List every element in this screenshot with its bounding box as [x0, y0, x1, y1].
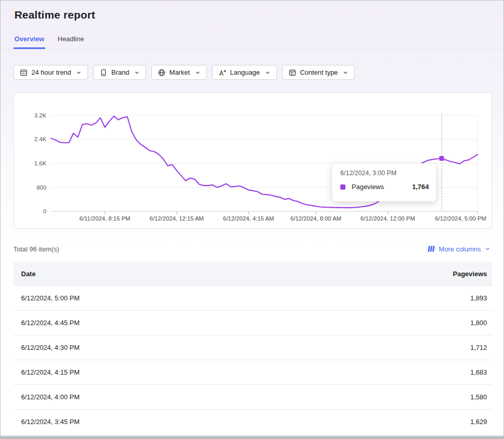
filter-language-button[interactable]: Language [212, 65, 277, 80]
x-axis-tick-label: 6/12/2024, 12:00 PM [360, 215, 415, 222]
table-row: 6/12/2024, 4:00 PM1,580 [13, 384, 492, 409]
cell-pageviews: 1,712 [470, 344, 487, 351]
table-row: 6/12/2024, 3:45 PM1,629 [13, 409, 492, 434]
total-items-text: Total 96 item(s) [13, 245, 59, 253]
trend-chart[interactable]: 08001.6K2.4K3.2K6/11/2024, 8:15 PM6/12/2… [14, 93, 492, 228]
column-header-pageviews[interactable]: Pageviews [453, 270, 488, 278]
x-axis-tick-label: 6/12/2024, 4:15 AM [223, 215, 274, 222]
translate-icon [218, 69, 227, 77]
more-columns-button[interactable]: More columns [427, 245, 491, 253]
y-axis-tick-label: 1.6K [34, 160, 47, 166]
tooltip-date: 6/12/2024, 3:00 PM [340, 170, 429, 177]
filter-content-type-button[interactable]: Content type [282, 65, 355, 80]
chart-tooltip: 6/12/2024, 3:00 PM Pageviews 1,764 [332, 163, 436, 201]
filter-toolbar: 24 hour trend Brand Market [13, 65, 355, 80]
active-tab-underline [13, 47, 45, 49]
table-row: 6/12/2024, 4:30 PM1,712 [13, 335, 492, 360]
cell-date: 6/12/2024, 4:45 PM [21, 319, 79, 327]
page-title: Realtime report [14, 9, 95, 21]
pageviews-table: Date Pageviews 6/12/2024, 5:00 PM1,8936/… [13, 262, 492, 434]
pageviews-series-swatch [340, 184, 345, 190]
calendar-data-icon [20, 69, 28, 77]
table-header-row: Date Pageviews [13, 262, 492, 285]
cell-pageviews: 1,893 [470, 294, 487, 302]
cell-date: 6/12/2024, 3:45 PM [21, 418, 79, 426]
tabs-divider [1, 49, 503, 50]
table-summary-row: Total 96 item(s) More columns [13, 242, 491, 256]
content-type-icon [288, 69, 297, 77]
brand-icon [99, 69, 108, 77]
tab-headline-label: Headline [58, 35, 84, 43]
hover-point-marker [439, 156, 444, 161]
filter-language-label: Language [230, 69, 260, 76]
tab-overview-label: Overview [14, 35, 44, 43]
globe-icon [158, 69, 166, 77]
filter-market-label: Market [169, 69, 190, 76]
tooltip-series-value: 1,764 [412, 183, 429, 191]
table-row: 6/12/2024, 4:45 PM1,800 [13, 310, 492, 335]
cell-date: 6/12/2024, 4:15 PM [21, 368, 79, 376]
chevron-down-icon [195, 70, 201, 76]
filter-content-type-label: Content type [300, 69, 338, 76]
y-axis-tick-label: 3.2K [34, 112, 47, 119]
x-axis-tick-label: 6/11/2024, 8:15 PM [79, 215, 130, 222]
pageviews-trend-chart-card: 08001.6K2.4K3.2K6/11/2024, 8:15 PM6/12/2… [13, 92, 492, 229]
window-bottom-edge [1, 435, 503, 438]
table-row: 6/12/2024, 4:15 PM1,683 [13, 360, 492, 384]
cell-pageviews: 1,580 [470, 393, 487, 401]
cell-pageviews: 1,683 [470, 368, 487, 376]
filter-brand-label: Brand [111, 69, 129, 76]
tooltip-series-label: Pageviews [352, 183, 384, 191]
filter-market-button[interactable]: Market [151, 65, 207, 80]
chevron-down-icon [134, 70, 140, 76]
cell-pageviews: 1,800 [470, 319, 487, 327]
table-row: 6/12/2024, 5:00 PM1,893 [13, 285, 492, 310]
chevron-down-icon [76, 70, 82, 76]
y-axis-tick-label: 800 [37, 184, 46, 191]
chevron-down-icon [484, 246, 491, 252]
cell-date: 6/12/2024, 4:30 PM [21, 344, 79, 351]
x-axis-tick-label: 6/12/2024, 8:00 AM [290, 215, 341, 222]
tab-overview[interactable]: Overview [13, 33, 45, 49]
x-axis-tick-label: 6/12/2024, 12:15 AM [150, 215, 204, 222]
x-axis-tick-label: 6/12/2024, 5:00 PM [435, 215, 486, 222]
filter-24-hour-trend-label: 24 hour trend [31, 69, 71, 76]
chevron-down-icon [342, 70, 349, 76]
realtime-report-window: Realtime report Overview Headline 24 hou… [0, 0, 504, 439]
y-axis-tick-label: 0 [43, 208, 46, 214]
cell-pageviews: 1,629 [470, 418, 487, 426]
cell-date: 6/12/2024, 5:00 PM [21, 294, 79, 302]
more-columns-label: More columns [439, 245, 481, 253]
filter-24-hour-trend-button[interactable]: 24 hour trend [13, 65, 88, 80]
table-body: 6/12/2024, 5:00 PM1,8936/12/2024, 4:45 P… [13, 285, 492, 434]
tooltip-series-row: Pageviews 1,764 [340, 183, 429, 191]
columns-icon [427, 245, 435, 253]
tab-headline[interactable]: Headline [57, 33, 85, 49]
y-axis-tick-label: 2.4K [34, 136, 47, 142]
cell-date: 6/12/2024, 4:00 PM [21, 393, 79, 401]
tab-bar: Overview Headline [13, 33, 85, 49]
filter-brand-button[interactable]: Brand [93, 65, 146, 80]
chevron-down-icon [265, 70, 271, 76]
column-header-date[interactable]: Date [21, 270, 36, 278]
